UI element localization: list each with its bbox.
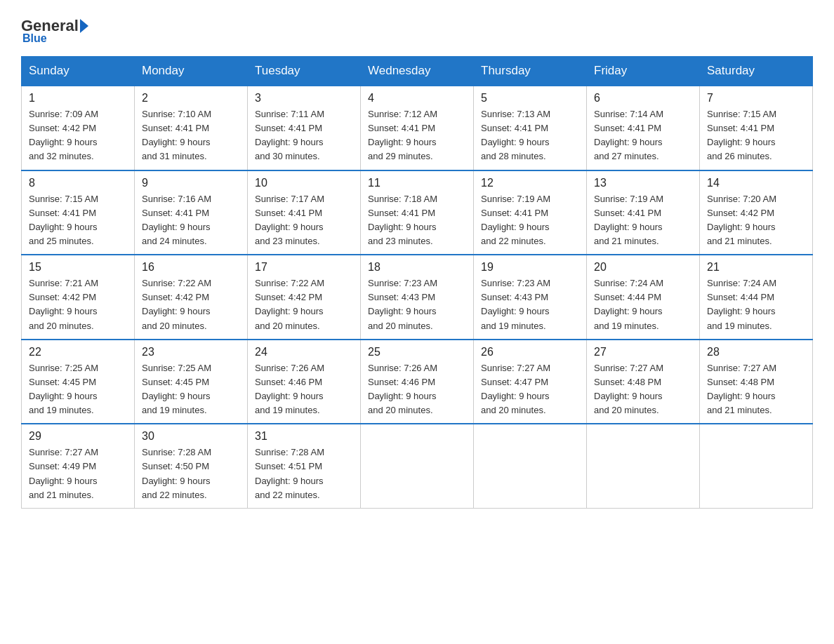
day-number: 21	[707, 261, 805, 274]
day-info: Sunrise: 7:24 AMSunset: 4:44 PMDaylight:…	[594, 278, 663, 330]
calendar-week-row: 29 Sunrise: 7:27 AMSunset: 4:49 PMDaylig…	[22, 424, 813, 508]
day-number: 30	[142, 430, 240, 443]
calendar-cell: 24 Sunrise: 7:26 AMSunset: 4:46 PMDaylig…	[248, 340, 361, 424]
day-info: Sunrise: 7:23 AMSunset: 4:43 PMDaylight:…	[368, 278, 437, 330]
day-info: Sunrise: 7:28 AMSunset: 4:50 PMDaylight:…	[142, 447, 211, 499]
calendar-cell: 7 Sunrise: 7:15 AMSunset: 4:41 PMDayligh…	[700, 86, 813, 170]
calendar-cell: 13 Sunrise: 7:19 AMSunset: 4:41 PMDaylig…	[587, 170, 700, 255]
logo-arrow-icon	[80, 19, 88, 33]
day-number: 14	[707, 177, 805, 189]
day-info: Sunrise: 7:10 AMSunset: 4:41 PMDaylight:…	[142, 109, 211, 161]
day-info: Sunrise: 7:22 AMSunset: 4:42 PMDaylight:…	[142, 278, 211, 330]
day-number: 17	[255, 261, 353, 274]
calendar-cell	[587, 424, 700, 508]
calendar-cell	[700, 424, 813, 508]
day-info: Sunrise: 7:17 AMSunset: 4:41 PMDaylight:…	[255, 194, 324, 246]
calendar-week-row: 1 Sunrise: 7:09 AMSunset: 4:42 PMDayligh…	[22, 86, 813, 170]
day-number: 6	[594, 92, 692, 105]
day-info: Sunrise: 7:11 AMSunset: 4:41 PMDaylight:…	[255, 109, 324, 161]
day-number: 15	[29, 261, 127, 274]
calendar-cell: 29 Sunrise: 7:27 AMSunset: 4:49 PMDaylig…	[22, 424, 135, 508]
day-number: 1	[29, 92, 127, 105]
day-number: 11	[368, 177, 466, 189]
day-number: 10	[255, 177, 353, 189]
day-number: 27	[594, 346, 692, 358]
day-number: 20	[594, 261, 692, 274]
calendar-cell: 14 Sunrise: 7:20 AMSunset: 4:42 PMDaylig…	[700, 170, 813, 255]
calendar-table: SundayMondayTuesdayWednesdayThursdayFrid…	[21, 56, 813, 509]
weekday-header-wednesday: Wednesday	[361, 57, 474, 86]
day-number: 9	[142, 177, 240, 189]
weekday-header-friday: Friday	[587, 57, 700, 86]
day-number: 22	[29, 346, 127, 358]
weekday-header-monday: Monday	[135, 57, 248, 86]
calendar-cell: 11 Sunrise: 7:18 AMSunset: 4:41 PMDaylig…	[361, 170, 474, 255]
day-info: Sunrise: 7:21 AMSunset: 4:42 PMDaylight:…	[29, 278, 98, 330]
calendar-cell: 18 Sunrise: 7:23 AMSunset: 4:43 PMDaylig…	[361, 255, 474, 340]
day-info: Sunrise: 7:25 AMSunset: 4:45 PMDaylight:…	[29, 363, 98, 415]
calendar-cell: 16 Sunrise: 7:22 AMSunset: 4:42 PMDaylig…	[135, 255, 248, 340]
day-info: Sunrise: 7:20 AMSunset: 4:42 PMDaylight:…	[707, 194, 776, 246]
weekday-header-sunday: Sunday	[22, 57, 135, 86]
day-number: 18	[368, 261, 466, 274]
day-number: 4	[368, 92, 466, 105]
day-info: Sunrise: 7:18 AMSunset: 4:41 PMDaylight:…	[368, 194, 437, 246]
day-number: 13	[594, 177, 692, 189]
day-number: 28	[707, 346, 805, 358]
day-info: Sunrise: 7:27 AMSunset: 4:48 PMDaylight:…	[707, 363, 776, 415]
calendar-cell: 21 Sunrise: 7:24 AMSunset: 4:44 PMDaylig…	[700, 255, 813, 340]
day-number: 25	[368, 346, 466, 358]
calendar-cell: 23 Sunrise: 7:25 AMSunset: 4:45 PMDaylig…	[135, 340, 248, 424]
day-number: 31	[255, 430, 353, 443]
weekday-header-tuesday: Tuesday	[248, 57, 361, 86]
day-info: Sunrise: 7:23 AMSunset: 4:43 PMDaylight:…	[481, 278, 550, 330]
day-number: 2	[142, 92, 240, 105]
calendar-cell: 3 Sunrise: 7:11 AMSunset: 4:41 PMDayligh…	[248, 86, 361, 170]
calendar-cell: 8 Sunrise: 7:15 AMSunset: 4:41 PMDayligh…	[22, 170, 135, 255]
day-info: Sunrise: 7:09 AMSunset: 4:42 PMDaylight:…	[29, 109, 98, 161]
day-number: 16	[142, 261, 240, 274]
day-info: Sunrise: 7:14 AMSunset: 4:41 PMDaylight:…	[594, 109, 663, 161]
day-info: Sunrise: 7:28 AMSunset: 4:51 PMDaylight:…	[255, 447, 324, 499]
day-info: Sunrise: 7:15 AMSunset: 4:41 PMDaylight:…	[29, 194, 98, 246]
calendar-header-row: SundayMondayTuesdayWednesdayThursdayFrid…	[22, 57, 813, 86]
day-number: 12	[481, 177, 579, 189]
day-number: 26	[481, 346, 579, 358]
weekday-header-saturday: Saturday	[700, 57, 813, 86]
calendar-cell: 30 Sunrise: 7:28 AMSunset: 4:50 PMDaylig…	[135, 424, 248, 508]
day-info: Sunrise: 7:19 AMSunset: 4:41 PMDaylight:…	[594, 194, 663, 246]
calendar-week-row: 15 Sunrise: 7:21 AMSunset: 4:42 PMDaylig…	[22, 255, 813, 340]
calendar-cell	[361, 424, 474, 508]
weekday-header-thursday: Thursday	[474, 57, 587, 86]
day-number: 24	[255, 346, 353, 358]
logo: General Blue	[21, 17, 90, 45]
day-number: 8	[29, 177, 127, 189]
page-header: General Blue	[21, 17, 813, 45]
calendar-cell: 26 Sunrise: 7:27 AMSunset: 4:47 PMDaylig…	[474, 340, 587, 424]
day-number: 5	[481, 92, 579, 105]
day-info: Sunrise: 7:27 AMSunset: 4:47 PMDaylight:…	[481, 363, 550, 415]
calendar-cell: 17 Sunrise: 7:22 AMSunset: 4:42 PMDaylig…	[248, 255, 361, 340]
calendar-cell: 22 Sunrise: 7:25 AMSunset: 4:45 PMDaylig…	[22, 340, 135, 424]
day-info: Sunrise: 7:13 AMSunset: 4:41 PMDaylight:…	[481, 109, 550, 161]
calendar-cell: 31 Sunrise: 7:28 AMSunset: 4:51 PMDaylig…	[248, 424, 361, 508]
day-info: Sunrise: 7:15 AMSunset: 4:41 PMDaylight:…	[707, 109, 776, 161]
day-info: Sunrise: 7:27 AMSunset: 4:49 PMDaylight:…	[29, 447, 98, 499]
day-number: 19	[481, 261, 579, 274]
day-number: 7	[707, 92, 805, 105]
day-info: Sunrise: 7:16 AMSunset: 4:41 PMDaylight:…	[142, 194, 211, 246]
calendar-cell: 10 Sunrise: 7:17 AMSunset: 4:41 PMDaylig…	[248, 170, 361, 255]
calendar-cell: 2 Sunrise: 7:10 AMSunset: 4:41 PMDayligh…	[135, 86, 248, 170]
day-info: Sunrise: 7:26 AMSunset: 4:46 PMDaylight:…	[368, 363, 437, 415]
calendar-cell: 4 Sunrise: 7:12 AMSunset: 4:41 PMDayligh…	[361, 86, 474, 170]
calendar-cell: 6 Sunrise: 7:14 AMSunset: 4:41 PMDayligh…	[587, 86, 700, 170]
calendar-cell: 15 Sunrise: 7:21 AMSunset: 4:42 PMDaylig…	[22, 255, 135, 340]
calendar-cell: 20 Sunrise: 7:24 AMSunset: 4:44 PMDaylig…	[587, 255, 700, 340]
day-info: Sunrise: 7:19 AMSunset: 4:41 PMDaylight:…	[481, 194, 550, 246]
calendar-cell: 9 Sunrise: 7:16 AMSunset: 4:41 PMDayligh…	[135, 170, 248, 255]
calendar-cell: 25 Sunrise: 7:26 AMSunset: 4:46 PMDaylig…	[361, 340, 474, 424]
day-info: Sunrise: 7:26 AMSunset: 4:46 PMDaylight:…	[255, 363, 324, 415]
calendar-cell: 5 Sunrise: 7:13 AMSunset: 4:41 PMDayligh…	[474, 86, 587, 170]
calendar-cell: 19 Sunrise: 7:23 AMSunset: 4:43 PMDaylig…	[474, 255, 587, 340]
calendar-cell: 27 Sunrise: 7:27 AMSunset: 4:48 PMDaylig…	[587, 340, 700, 424]
